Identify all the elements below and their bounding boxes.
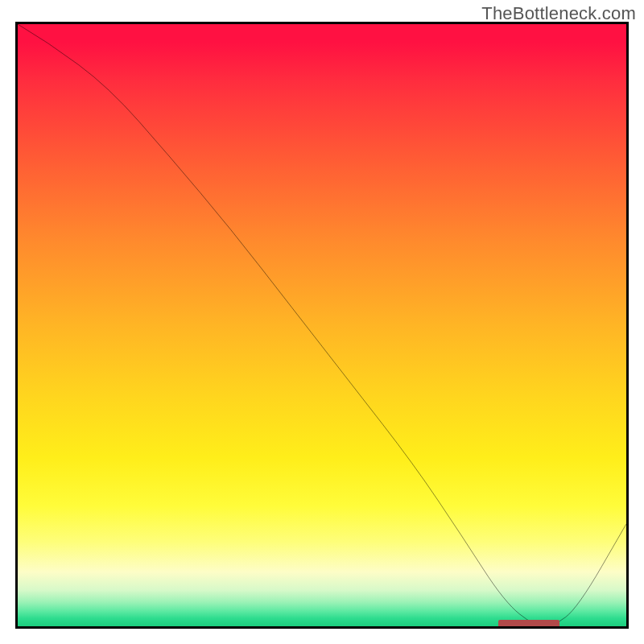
chart-stage: TheBottleneck.com bbox=[0, 0, 644, 644]
bottleneck-curve bbox=[18, 24, 626, 626]
plot-area bbox=[15, 22, 629, 629]
highlight-marker bbox=[498, 620, 559, 628]
curve-layer bbox=[18, 24, 626, 626]
